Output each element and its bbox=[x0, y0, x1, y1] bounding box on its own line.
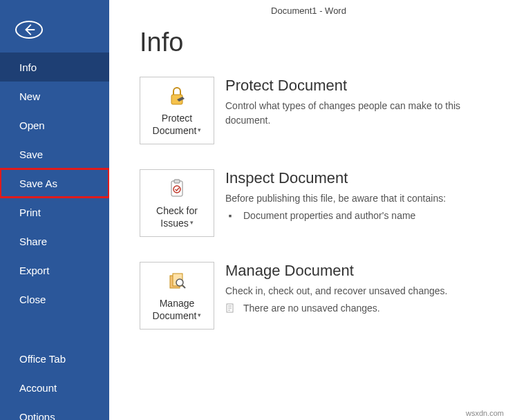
tile-label: Issues bbox=[160, 217, 188, 229]
sidebar-item-label: Office Tab bbox=[19, 353, 66, 365]
sidebar-item-account[interactable]: Account bbox=[0, 373, 109, 402]
section-body: Protect Document Control what types of c… bbox=[225, 77, 478, 128]
sidebar-item-new[interactable]: New bbox=[0, 82, 109, 111]
bullet-text: There are no unsaved changes. bbox=[243, 303, 380, 314]
back-button[interactable] bbox=[15, 21, 43, 39]
sidebar-item-label: Info bbox=[19, 61, 37, 73]
sidebar-item-export[interactable]: Export bbox=[0, 256, 109, 285]
window-title: Document1 - Word bbox=[271, 6, 346, 16]
section-description: Check in, check out, and recover unsaved… bbox=[225, 284, 478, 298]
sidebar-item-office-tab[interactable]: Office Tab bbox=[0, 344, 109, 373]
svg-rect-2 bbox=[174, 180, 180, 183]
main-panel: Document1 - Word Info Protect Document▾ … bbox=[109, 0, 508, 420]
section-manage: Manage Document▾ Manage Document Check i… bbox=[140, 262, 478, 330]
sidebar-item-label: Options bbox=[19, 411, 55, 421]
sidebar-item-label: Export bbox=[19, 265, 49, 276]
section-protect: Protect Document▾ Protect Document Contr… bbox=[140, 77, 478, 144]
documents-search-icon bbox=[165, 269, 189, 293]
sidebar-item-label: Account bbox=[19, 382, 57, 394]
watermark: wsxdn.com bbox=[466, 409, 504, 417]
sidebar-item-label: Print bbox=[19, 207, 41, 218]
tile-label: Check for bbox=[156, 204, 198, 217]
sidebar-item-label: Close bbox=[19, 294, 46, 305]
sidebar-item-label: Open bbox=[19, 120, 45, 131]
lock-icon bbox=[165, 84, 189, 108]
bullet-row: There are no unsaved changes. bbox=[225, 303, 478, 314]
section-body: Inspect Document Before publishing this … bbox=[225, 169, 478, 221]
section-heading: Manage Document bbox=[225, 262, 478, 280]
sidebar-menu: Info New Open Save Save As Print Share E… bbox=[0, 52, 109, 420]
section-inspect: Check for Issues▾ Inspect Document Befor… bbox=[140, 169, 478, 237]
sidebar-spacer bbox=[0, 314, 109, 344]
sidebar-item-options[interactable]: Options bbox=[0, 402, 109, 420]
tile-label: Manage bbox=[160, 297, 195, 309]
section-description: Control what types of changes people can… bbox=[225, 99, 478, 128]
bullet-text: Document properties and author's name bbox=[243, 210, 415, 221]
sidebar-item-share[interactable]: Share bbox=[0, 227, 109, 256]
section-body: Manage Document Check in, check out, and… bbox=[225, 262, 478, 314]
section-heading: Inspect Document bbox=[225, 169, 478, 187]
bullet-icon: ▪ bbox=[225, 211, 235, 220]
chevron-down-icon: ▾ bbox=[198, 312, 201, 320]
protect-document-button[interactable]: Protect Document▾ bbox=[140, 77, 214, 144]
tile-label: Protect bbox=[162, 112, 192, 124]
check-for-issues-button[interactable]: Check for Issues▾ bbox=[140, 169, 214, 237]
sidebar-item-print[interactable]: Print bbox=[0, 198, 109, 227]
sidebar-item-save-as[interactable]: Save As bbox=[0, 169, 109, 198]
titlebar: Document1 - Word bbox=[109, 0, 508, 21]
document-icon bbox=[225, 303, 235, 313]
sidebar-item-label: New bbox=[19, 90, 40, 102]
chevron-down-icon: ▾ bbox=[198, 126, 201, 135]
chevron-down-icon: ▾ bbox=[190, 219, 194, 227]
arrow-left-icon bbox=[21, 22, 37, 37]
page-title: Info bbox=[140, 28, 478, 57]
section-description: Before publishing this file, be aware th… bbox=[225, 191, 478, 206]
sidebar-item-close[interactable]: Close bbox=[0, 285, 109, 314]
sidebar-item-info[interactable]: Info bbox=[0, 52, 109, 82]
backstage-sidebar: Info New Open Save Save As Print Share E… bbox=[0, 0, 109, 420]
tile-label: Document bbox=[153, 124, 197, 137]
content: Info Protect Document▾ Protect Document … bbox=[109, 21, 508, 330]
sidebar-item-label: Save bbox=[19, 149, 43, 160]
svg-point-6 bbox=[176, 279, 183, 286]
sidebar-item-label: Share bbox=[19, 236, 47, 247]
tile-label: Document bbox=[153, 309, 197, 322]
bullet-row: ▪ Document properties and author's name bbox=[225, 210, 478, 221]
sidebar-item-save[interactable]: Save bbox=[0, 140, 109, 169]
clipboard-check-icon bbox=[165, 177, 189, 200]
section-heading: Protect Document bbox=[225, 77, 478, 95]
sidebar-item-label: Save As bbox=[19, 178, 57, 189]
sidebar-item-open[interactable]: Open bbox=[0, 111, 109, 140]
manage-document-button[interactable]: Manage Document▾ bbox=[140, 262, 214, 330]
